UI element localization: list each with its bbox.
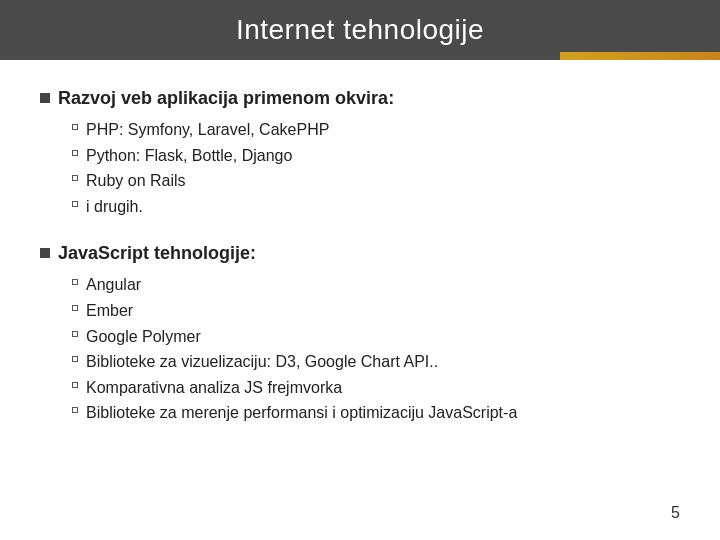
framework-list: PHP: Symfony, Laravel, CakePHP Python: F… xyxy=(40,117,680,219)
list-item: Ruby on Rails xyxy=(72,168,680,194)
sub-bullet-icon xyxy=(72,356,78,362)
javascript-list: Angular Ember Google Polymer Biblioteke … xyxy=(40,272,680,426)
list-item: Komparativna analiza JS frejmvorka xyxy=(72,375,680,401)
list-item: i drugih. xyxy=(72,194,680,220)
sub-bullet-icon xyxy=(72,305,78,311)
bullet-icon-1 xyxy=(40,93,50,103)
slide-title: Internet tehnologije xyxy=(236,14,484,46)
section-title-1: Razvoj veb aplikacija primenom okvira: xyxy=(40,88,680,109)
sub-bullet-icon xyxy=(72,382,78,388)
list-item: Ember xyxy=(72,298,680,324)
section-web-frameworks: Razvoj veb aplikacija primenom okvira: P… xyxy=(40,88,680,219)
bullet-icon-2 xyxy=(40,248,50,258)
header-accent-bar xyxy=(560,52,720,60)
sub-bullet-icon xyxy=(72,407,78,413)
list-item: PHP: Symfony, Laravel, CakePHP xyxy=(72,117,680,143)
section-javascript: JavaScript tehnologije: Angular Ember Go… xyxy=(40,243,680,426)
sub-bullet-icon xyxy=(72,331,78,337)
list-item: Angular xyxy=(72,272,680,298)
sub-bullet-icon xyxy=(72,150,78,156)
list-item: Biblioteke za vizuelizaciju: D3, Google … xyxy=(72,349,680,375)
sub-bullet-icon xyxy=(72,124,78,130)
list-item: Python: Flask, Bottle, Django xyxy=(72,143,680,169)
slide-content: Razvoj veb aplikacija primenom okvira: P… xyxy=(0,60,720,470)
list-item: Google Polymer xyxy=(72,324,680,350)
page-number: 5 xyxy=(671,504,680,522)
slide-header: Internet tehnologije xyxy=(0,0,720,60)
list-item: Biblioteke za merenje performansi i opti… xyxy=(72,400,680,426)
sub-bullet-icon xyxy=(72,201,78,207)
sub-bullet-icon xyxy=(72,175,78,181)
section-title-2: JavaScript tehnologije: xyxy=(40,243,680,264)
sub-bullet-icon xyxy=(72,279,78,285)
